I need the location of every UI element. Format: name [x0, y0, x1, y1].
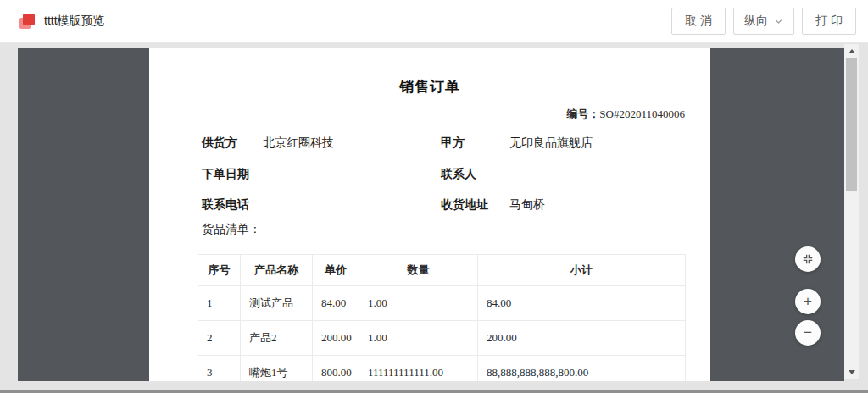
- field-label-phone: 联系电话: [202, 197, 249, 213]
- table-row: 1 测试产品 84.00 1.00 84.00: [198, 286, 686, 321]
- col-header-index: 序号: [198, 255, 241, 286]
- page-title: tttt模版预览: [44, 14, 105, 29]
- field-label-order-date: 下单日期: [202, 167, 249, 182]
- vertical-scrollbar[interactable]: [844, 44, 859, 379]
- order-number-label: 编号：: [566, 108, 599, 120]
- field-value-address: 马甸桥: [509, 197, 545, 213]
- scrollbar-down-button[interactable]: [844, 365, 859, 379]
- cell-price: 84.00: [313, 286, 359, 321]
- goods-list-label: 货品清单：: [202, 222, 261, 237]
- table-header-row: 序号 产品名称 单价 数量 小计: [198, 255, 686, 286]
- cell-index: 2: [198, 321, 241, 356]
- field-label-party-a: 甲方: [441, 136, 465, 151]
- window-bottom-edge: [0, 390, 868, 393]
- chevron-down-icon: [774, 17, 783, 26]
- col-header-price: 单价: [313, 255, 359, 286]
- order-number-value: SO#202011040006: [599, 108, 685, 120]
- scrollbar-up-button[interactable]: [844, 44, 859, 58]
- cell-product: 嘴炮1号: [241, 356, 313, 382]
- scrollbar-thumb[interactable]: [846, 58, 857, 191]
- field-row: 下单日期 联系人: [149, 167, 710, 184]
- field-row: 供货方 北京红圈科技 甲方 无印良品旗舰店: [149, 136, 710, 152]
- cell-price: 200.00: [313, 321, 359, 356]
- col-header-subtotal: 小计: [478, 255, 686, 286]
- cell-subtotal: 200.00: [478, 321, 686, 356]
- plus-icon: +: [804, 294, 812, 308]
- fit-to-screen-button[interactable]: [795, 246, 821, 272]
- triangle-up-icon: [849, 49, 855, 53]
- document-page: 销售订单 编号：SO#202011040006 供货方 北京红圈科技 甲方 无印…: [149, 48, 710, 381]
- field-value-supplier: 北京红圈科技: [263, 136, 334, 151]
- items-table: 序号 产品名称 单价 数量 小计 1 测试产品 84.00 1.00 84.00…: [198, 254, 686, 381]
- toolbar-actions: 取 消 纵向 打 印: [671, 8, 856, 35]
- cell-quantity: 111111111111.00: [359, 356, 478, 382]
- table-row: 3 嘴炮1号 800.00 111111111111.00 88,888,888…: [198, 356, 686, 382]
- triangle-down-icon: [849, 370, 855, 374]
- cell-subtotal: 84.00: [478, 286, 686, 321]
- orientation-dropdown[interactable]: 纵向: [733, 8, 794, 35]
- minus-icon: −: [804, 325, 812, 340]
- field-label-contact: 联系人: [441, 167, 476, 182]
- zoom-out-button[interactable]: −: [795, 320, 821, 346]
- col-header-quantity: 数量: [359, 255, 478, 286]
- fit-to-screen-icon: [802, 253, 814, 265]
- cell-quantity: 1.00: [359, 321, 478, 356]
- table-row: 2 产品2 200.00 1.00 200.00: [198, 321, 686, 356]
- field-row: 联系电话 收货地址 马甸桥: [149, 197, 710, 214]
- field-label-supplier: 供货方: [202, 136, 237, 151]
- cell-index: 1: [198, 286, 241, 321]
- cell-price: 800.00: [313, 356, 359, 382]
- field-value-party-a: 无印良品旗舰店: [509, 136, 593, 151]
- col-header-product: 产品名称: [241, 255, 313, 286]
- app-logo-icon: [19, 14, 35, 29]
- order-number: 编号：SO#202011040006: [566, 107, 685, 122]
- top-toolbar: tttt模版预览 取 消 纵向 打 印: [0, 0, 868, 43]
- cell-index: 3: [198, 356, 241, 382]
- print-button[interactable]: 打 印: [802, 8, 856, 35]
- cell-product: 产品2: [241, 321, 313, 356]
- cell-quantity: 1.00: [359, 286, 478, 321]
- field-label-address: 收货地址: [441, 197, 488, 213]
- orientation-label: 纵向: [744, 14, 768, 29]
- cell-subtotal: 88,888,888,888,800.00: [478, 356, 686, 382]
- document-title: 销售订单: [149, 77, 710, 97]
- zoom-in-button[interactable]: +: [795, 289, 821, 314]
- cancel-button[interactable]: 取 消: [671, 8, 726, 35]
- cell-product: 测试产品: [241, 286, 313, 321]
